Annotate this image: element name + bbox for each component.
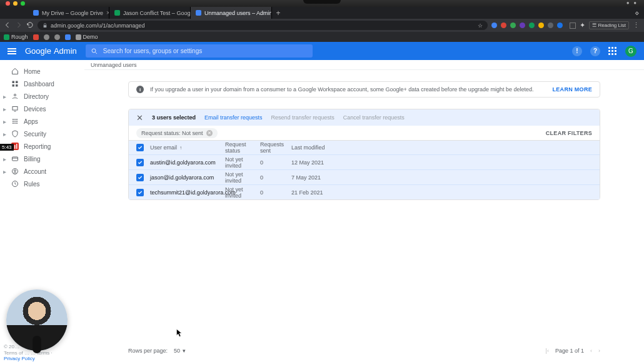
clear-filters-button[interactable]: CLEAR FILTERS (546, 130, 592, 136)
bookmark-item[interactable] (44, 34, 49, 40)
rows-per-page-label: Rows per page: (128, 348, 168, 354)
bookmark-item[interactable] (33, 34, 39, 40)
users-panel: ✕ 3 users selected Email transfer reques… (128, 109, 600, 200)
svg-rect-6 (13, 107, 18, 111)
filter-chip[interactable]: Request status: Not sent ✕ (136, 128, 218, 138)
sidebar-item-apps[interactable]: ▸Apps (0, 115, 84, 128)
col-requests-sent[interactable]: Requests sent (260, 141, 291, 154)
sidebar-item-dashboard[interactable]: Dashboard (0, 78, 84, 90)
tab-label: My Drive – Google Drive (42, 10, 103, 16)
reading-list-button[interactable]: ☰Reading List (589, 21, 629, 29)
tabsync-icon[interactable] (570, 23, 576, 29)
clear-selection-button[interactable]: ✕ (136, 113, 143, 123)
row-checkbox[interactable] (136, 189, 144, 196)
sidebar-item-devices[interactable]: ▸Devices (0, 103, 84, 115)
privacy-policy-link[interactable]: Privacy Policy (4, 356, 35, 361)
dir-icon (11, 93, 19, 100)
tab-admin[interactable]: Unmanaged users – Admin Co× (191, 7, 272, 19)
search-icon (91, 48, 98, 55)
main-menu-icon[interactable] (8, 48, 16, 54)
sidebar-item-directory[interactable]: ▸Directory (0, 90, 84, 103)
cursor-icon (176, 329, 183, 338)
window-traffic-lights[interactable] (6, 1, 25, 6)
cancel-transfer-link[interactable]: Cancel transfer requests (343, 114, 405, 121)
extension-icon[interactable] (510, 23, 516, 28)
sidebar-item-home[interactable]: Home (0, 65, 84, 78)
apps-icon (11, 118, 19, 125)
next-page-button[interactable]: › (598, 348, 600, 354)
svg-point-11 (14, 121, 16, 122)
sidebar-item-billing[interactable]: ▸Billing (0, 153, 84, 165)
chip-remove-icon[interactable]: ✕ (206, 130, 213, 136)
tab-label: Unmanaged users – Admin Co (204, 10, 272, 16)
sort-asc-icon: ↑ (179, 145, 182, 151)
learn-more-link[interactable]: LEARN MORE (553, 86, 593, 93)
sidebar-item-account[interactable]: ▸Account (0, 165, 84, 178)
page-indicator: Page 1 of 1 (555, 348, 584, 354)
extension-icon[interactable] (557, 23, 563, 28)
extension-icon[interactable] (548, 23, 553, 28)
chevron-right-icon: ▸ (3, 131, 6, 138)
col-request-status[interactable]: Request status (225, 141, 260, 154)
presenter-webcam-overlay (6, 289, 68, 351)
table-row[interactable]: austin@id.goldyarora.comNot yet invited0… (129, 154, 600, 169)
reload-button[interactable] (26, 21, 34, 30)
dev-icon (11, 105, 19, 113)
email-transfer-link[interactable]: Email transfer requests (204, 114, 263, 121)
home-icon (11, 68, 19, 75)
bookmark-item[interactable] (65, 34, 71, 40)
table-row[interactable]: jason@id.goldyarora.comNot yet invited07… (129, 169, 600, 184)
forward-button[interactable] (15, 21, 23, 30)
extensions-puzzle-icon[interactable]: ✦ (580, 21, 585, 29)
chevron-right-icon: ▸ (3, 118, 6, 125)
extension-icon[interactable] (529, 23, 535, 28)
col-user-email[interactable]: User email↑ (150, 144, 225, 151)
search-placeholder: Search for users, groups or settings (103, 48, 202, 54)
search-input[interactable]: Search for users, groups or settings (86, 44, 313, 58)
alerts-icon[interactable]: ! (572, 46, 582, 56)
tab-sheets[interactable]: Jason Conflict Test – Google S× (109, 7, 191, 19)
extension-icon[interactable] (538, 23, 544, 28)
cell-user-email: techsummit21@id.goldyarora.com (150, 189, 225, 196)
bookmark-folder[interactable]: Demo (76, 34, 98, 40)
help-icon[interactable]: ? (590, 46, 600, 56)
resend-transfer-link[interactable]: Resend transfer requests (271, 114, 335, 121)
select-all-checkbox[interactable] (136, 144, 144, 151)
cell-last-modified: 21 Feb 2021 (291, 189, 592, 196)
bookmark-item[interactable]: Rough (4, 34, 28, 40)
sidebar-item-label: Dashboard (24, 81, 54, 88)
account-avatar[interactable]: G (625, 46, 636, 57)
svg-point-10 (13, 121, 14, 122)
extension-icon[interactable] (520, 23, 525, 28)
svg-point-9 (16, 119, 18, 120)
back-button[interactable] (4, 21, 11, 30)
sidebar-item-rules[interactable]: Rules (0, 178, 84, 190)
svg-point-13 (13, 123, 14, 124)
bookmark-item[interactable] (54, 34, 60, 40)
brand-logo[interactable]: Google Admin (25, 46, 77, 56)
svg-rect-1 (13, 81, 15, 84)
row-checkbox[interactable] (136, 159, 144, 166)
tab-overflow-icon[interactable]: ⋄ (630, 7, 644, 19)
row-checkbox[interactable] (136, 174, 144, 181)
table-row[interactable]: techsummit21@id.goldyarora.comNot yet in… (129, 184, 600, 199)
svg-rect-3 (13, 84, 15, 87)
apps-launcher-icon[interactable] (608, 47, 617, 56)
first-page-button[interactable]: |‹ (546, 348, 549, 354)
col-last-modified[interactable]: Last modified (291, 144, 592, 151)
browser-menu-icon[interactable]: ⋮ (633, 21, 640, 29)
sidebar-item-security[interactable]: ▸Security (0, 128, 84, 140)
new-tab-button[interactable]: + (272, 7, 284, 19)
rows-per-page-select[interactable]: 50▾ (174, 348, 186, 354)
extension-icon[interactable] (491, 23, 497, 28)
tab-drive[interactable]: My Drive – Google Drive× (28, 7, 109, 19)
sec-icon (11, 130, 19, 138)
chevron-right-icon: ▸ (3, 156, 6, 163)
address-bar[interactable]: admin.google.com/u/1/ac/unmanaged ☆ (38, 21, 488, 30)
extension-icon[interactable] (501, 23, 506, 28)
sidebar-item-label: Apps (24, 118, 38, 125)
prev-page-button[interactable]: ‹ (590, 348, 592, 354)
star-icon[interactable]: ☆ (478, 23, 483, 29)
svg-rect-18 (16, 144, 18, 149)
svg-point-12 (16, 121, 18, 122)
